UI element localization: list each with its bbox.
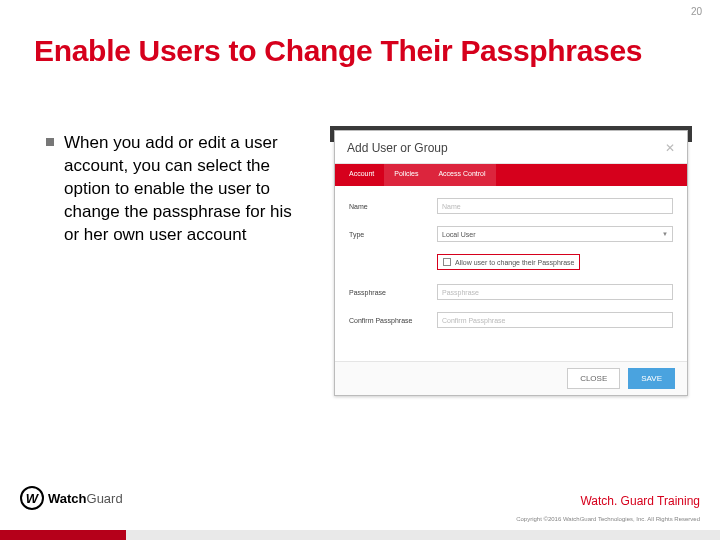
modal-header: Add User or Group ✕	[335, 131, 687, 164]
input-passphrase[interactable]: Passphrase	[437, 284, 673, 300]
slide: 20 Enable Users to Change Their Passphra…	[0, 0, 720, 540]
label-confirm-passphrase: Confirm Passphrase	[349, 317, 427, 324]
tab-access-control[interactable]: Access Control	[428, 164, 495, 186]
tab-bar: Account Policies Access Control	[335, 164, 687, 186]
logo-text: WatchGuard	[48, 491, 123, 506]
row-type: Type Local User ▼	[349, 226, 673, 242]
page-number: 20	[691, 6, 702, 17]
bullet-text: When you add or edit a user account, you…	[64, 132, 294, 247]
select-type[interactable]: Local User ▼	[437, 226, 673, 242]
select-type-value: Local User	[442, 231, 475, 238]
save-button[interactable]: SAVE	[628, 368, 675, 389]
bullet-list: When you add or edit a user account, you…	[46, 132, 294, 247]
tab-bar-fill	[496, 164, 688, 186]
label-type: Type	[349, 231, 427, 238]
logo-text-bold: Watch	[48, 491, 87, 506]
bullet-item: When you add or edit a user account, you…	[46, 132, 294, 247]
tab-policies[interactable]: Policies	[384, 164, 428, 186]
row-confirm-passphrase: Confirm Passphrase Confirm Passphrase	[349, 312, 673, 328]
logo-text-rest: Guard	[87, 491, 123, 506]
row-name: Name Name	[349, 198, 673, 214]
footer-accent-bar	[0, 530, 126, 540]
checkbox-icon[interactable]	[443, 258, 451, 266]
label-passphrase: Passphrase	[349, 289, 427, 296]
input-name[interactable]: Name	[437, 198, 673, 214]
row-passphrase: Passphrase Passphrase	[349, 284, 673, 300]
bullet-marker-icon	[46, 138, 54, 146]
copyright-text: Copyright ©2016 WatchGuard Technologies,…	[516, 516, 700, 522]
input-confirm-passphrase[interactable]: Confirm Passphrase	[437, 312, 673, 328]
slide-title: Enable Users to Change Their Passphrases	[34, 34, 642, 68]
tab-account[interactable]: Account	[339, 164, 384, 186]
close-icon[interactable]: ✕	[665, 141, 675, 155]
modal-title: Add User or Group	[347, 141, 448, 155]
modal-button-bar: CLOSE SAVE	[335, 361, 687, 395]
close-button[interactable]: CLOSE	[567, 368, 620, 389]
logo-mark-icon: W	[20, 486, 44, 510]
training-label: Watch. Guard Training	[580, 494, 700, 508]
label-name: Name	[349, 203, 427, 210]
footer-gray-bar	[126, 530, 720, 540]
brand-logo: W WatchGuard	[20, 486, 123, 510]
chevron-down-icon: ▼	[662, 231, 668, 237]
form-area: Name Name Type Local User ▼ Allow user t…	[335, 186, 687, 352]
modal-dialog: Add User or Group ✕ Account Policies Acc…	[334, 130, 688, 396]
allow-change-passphrase-option[interactable]: Allow user to change their Passphrase	[437, 254, 580, 270]
checkbox-label: Allow user to change their Passphrase	[455, 259, 574, 266]
